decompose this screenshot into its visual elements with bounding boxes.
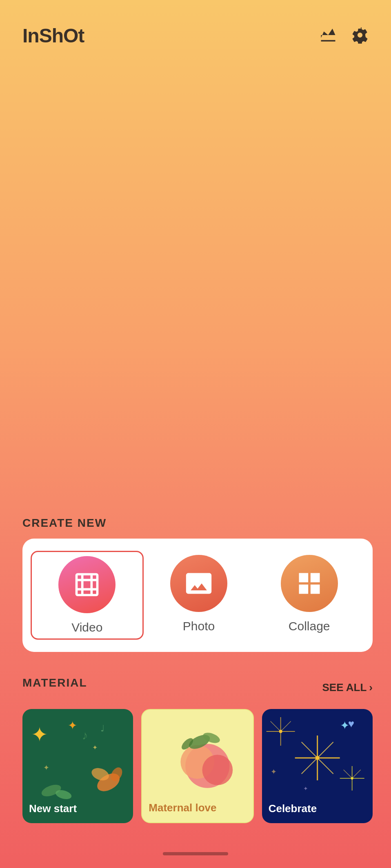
settings-icon[interactable] [351, 27, 369, 45]
svg-point-32 [279, 730, 282, 733]
material-card-new-start[interactable]: ✦ ✦ ✦ ✦ ♪ ♩ New start [22, 709, 133, 823]
material-section: MATERIAL SEE ALL › ✦ ✦ ✦ ✦ ♪ ♩ [0, 664, 391, 844]
svg-text:♩: ♩ [100, 723, 104, 733]
svg-line-21 [317, 742, 333, 758]
see-all-label: SEE ALL [322, 681, 367, 694]
video-circle [58, 556, 116, 613]
svg-text:✦: ✦ [68, 719, 77, 732]
photo-label: Photo [183, 619, 215, 633]
svg-text:✦: ✦ [303, 785, 308, 792]
maternal-art [142, 710, 253, 806]
maternal-love-label: Maternal love [149, 802, 246, 814]
svg-point-13 [202, 755, 233, 785]
home-indicator [163, 852, 228, 855]
crown-icon[interactable] [320, 27, 337, 45]
svg-text:♥: ♥ [348, 718, 354, 730]
photo-circle [170, 555, 227, 612]
create-video-button[interactable]: Video [31, 551, 144, 640]
material-title: MATERIAL [22, 676, 87, 689]
svg-line-24 [301, 758, 317, 774]
see-all-button[interactable]: SEE ALL › [322, 681, 373, 694]
main-area [0, 59, 391, 517]
svg-line-22 [317, 758, 333, 774]
header: InShOt [0, 0, 391, 59]
create-photo-button[interactable]: Photo [144, 551, 254, 640]
create-new-section: CREATE NEW Video Photo [0, 517, 391, 664]
bottom-bar [0, 844, 391, 868]
material-cards: ✦ ✦ ✦ ✦ ♪ ♩ New start [22, 709, 373, 823]
celebrate-label: Celebrate [269, 802, 366, 815]
material-header: MATERIAL SEE ALL › [22, 676, 373, 698]
svg-line-30 [280, 721, 291, 731]
new-start-art: ✦ ✦ ✦ ✦ ♪ ♩ [22, 709, 133, 807]
svg-text:✦: ✦ [43, 764, 49, 772]
svg-line-31 [270, 721, 280, 731]
chevron-right-icon: › [369, 681, 373, 694]
svg-text:✦: ✦ [92, 744, 98, 751]
create-collage-button[interactable]: Collage [254, 551, 364, 640]
svg-point-39 [351, 777, 353, 780]
svg-line-38 [343, 770, 352, 778]
create-new-card: Video Photo Collage [22, 539, 373, 652]
app-logo: InShOt [22, 24, 84, 47]
celebrate-art: ✦ ✦ ✦ ♥ [262, 709, 373, 807]
new-start-label: New start [29, 802, 127, 815]
collage-label: Collage [289, 619, 330, 633]
material-card-celebrate[interactable]: ✦ ✦ ✦ ♥ Celebrate [262, 709, 373, 823]
header-icons [320, 27, 369, 45]
svg-line-37 [352, 770, 360, 778]
svg-text:✦: ✦ [31, 723, 48, 746]
svg-point-25 [315, 756, 319, 760]
svg-line-23 [301, 742, 317, 758]
svg-text:♪: ♪ [82, 729, 88, 742]
material-card-maternal-love[interactable]: Maternal love [141, 709, 253, 823]
svg-text:✦: ✦ [270, 768, 276, 776]
collage-circle [281, 555, 338, 612]
video-label: Video [71, 621, 102, 634]
create-new-title: CREATE NEW [22, 517, 373, 530]
